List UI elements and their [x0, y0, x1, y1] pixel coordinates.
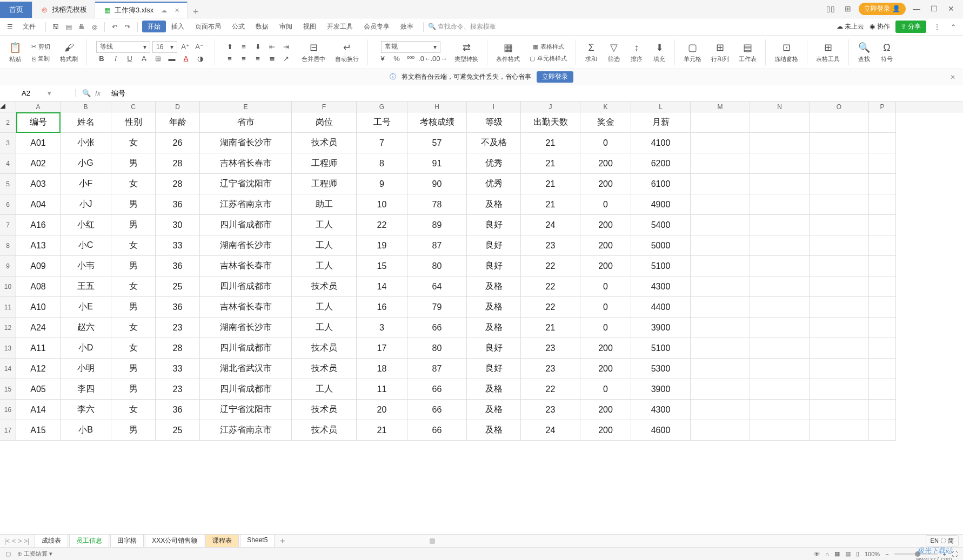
comma-icon[interactable]: ººº	[405, 53, 417, 65]
cell[interactable]: 87	[407, 359, 467, 379]
cell[interactable]: 良好	[467, 215, 521, 235]
cell[interactable]: 小B	[61, 420, 111, 441]
cell[interactable]: 王五	[61, 276, 111, 297]
sheet-tab-1[interactable]: 员工信息	[69, 534, 109, 548]
align-center-icon[interactable]: ≡	[238, 53, 250, 65]
cell[interactable]: 李六	[61, 400, 111, 420]
cell[interactable]: 200	[580, 420, 631, 441]
maximize-button[interactable]: ☐	[927, 2, 940, 15]
cell[interactable]: A01	[16, 133, 61, 153]
cell[interactable]: 工人	[292, 256, 357, 276]
cell[interactable]	[691, 379, 750, 400]
formula-input[interactable]	[107, 89, 963, 97]
cell[interactable]	[869, 400, 896, 420]
menutab-6[interactable]: 视图	[298, 21, 322, 32]
cell[interactable]: 23	[156, 318, 200, 338]
row-header[interactable]: 12	[0, 318, 16, 338]
cell[interactable]: 21	[521, 133, 580, 153]
cell[interactable]: 奖金	[580, 112, 631, 133]
cell[interactable]: 6200	[631, 153, 691, 174]
cell[interactable]: 考核成绩	[407, 112, 467, 133]
cell[interactable]: 22	[357, 215, 407, 235]
cell[interactable]	[810, 194, 869, 215]
cell[interactable]: 4600	[631, 420, 691, 441]
cell[interactable]	[691, 194, 750, 215]
cell[interactable]	[869, 133, 896, 153]
cell[interactable]: 21	[521, 153, 580, 174]
rowcol-button[interactable]: ⊞行和列	[708, 40, 732, 64]
cell[interactable]	[750, 174, 810, 194]
cell[interactable]	[750, 256, 810, 276]
add-sheet-button[interactable]: +	[276, 536, 289, 546]
tab-home[interactable]: 首页	[0, 2, 32, 18]
preview-icon[interactable]: ◎	[89, 22, 100, 32]
status-calc[interactable]: ⊕ 工资结算 ▾	[17, 550, 52, 558]
cell[interactable]: 四川省成都市	[200, 379, 292, 400]
cell[interactable]: 79	[407, 297, 467, 318]
bold-button[interactable]: B	[96, 53, 108, 65]
cell[interactable]: 36	[156, 297, 200, 318]
cell[interactable]: 80	[407, 256, 467, 276]
cell[interactable]: 姓名	[61, 112, 111, 133]
dec-inc-icon[interactable]: .0←	[419, 53, 431, 65]
menu-file[interactable]: 文件	[17, 20, 41, 33]
status-eye-icon[interactable]: 👁	[814, 551, 820, 557]
row-header[interactable]: 14	[0, 359, 16, 379]
cell[interactable]	[810, 400, 869, 420]
cell[interactable]: 助工	[292, 194, 357, 215]
cell[interactable]: 19	[357, 235, 407, 256]
cell[interactable]: 24	[521, 215, 580, 235]
cell[interactable]: 男	[111, 297, 156, 318]
cell[interactable]	[869, 359, 896, 379]
more-icon[interactable]: ⋮	[932, 22, 942, 32]
justify-icon[interactable]: ≣	[266, 53, 278, 65]
cell[interactable]: A15	[16, 420, 61, 441]
underline-button[interactable]: U	[124, 53, 136, 65]
cell[interactable]: 0	[580, 133, 631, 153]
cell[interactable]: A16	[16, 215, 61, 235]
row-header[interactable]: 9	[0, 256, 16, 276]
cell[interactable]	[750, 133, 810, 153]
cell[interactable]: 4900	[631, 194, 691, 215]
sheet-tab-3[interactable]: XXX公司销售额	[145, 534, 204, 548]
cell[interactable]: 5300	[631, 359, 691, 379]
cell[interactable]	[691, 420, 750, 441]
cell[interactable]: 36	[156, 400, 200, 420]
cell[interactable]: 技术员	[292, 359, 357, 379]
row-header[interactable]: 6	[0, 194, 16, 215]
cell[interactable]	[810, 256, 869, 276]
indent-right-icon[interactable]: ⇥	[280, 41, 292, 53]
cell[interactable]	[750, 420, 810, 441]
cell[interactable]: 3	[357, 318, 407, 338]
cell[interactable]: 23	[521, 235, 580, 256]
cell[interactable]	[750, 359, 810, 379]
cell[interactable]: 及格	[467, 297, 521, 318]
find-button[interactable]: 🔍查找	[854, 40, 874, 64]
cell[interactable]	[750, 235, 810, 256]
cell[interactable]: 200	[580, 174, 631, 194]
type-convert-button[interactable]: ⇄类型转换	[451, 40, 482, 64]
font-select[interactable]: 等线▾	[96, 41, 150, 53]
cell[interactable]	[869, 379, 896, 400]
col-header-H[interactable]: H	[407, 102, 467, 112]
cell[interactable]	[810, 318, 869, 338]
cell[interactable]: 4400	[631, 297, 691, 318]
col-header-K[interactable]: K	[580, 102, 631, 112]
align-top-icon[interactable]: ⬆	[224, 41, 236, 53]
cell[interactable]: 江苏省南京市	[200, 420, 292, 441]
cell[interactable]: A14	[16, 400, 61, 420]
minimize-button[interactable]: —	[910, 2, 923, 15]
col-header-O[interactable]: O	[810, 102, 869, 112]
cell[interactable]: 6100	[631, 174, 691, 194]
cell[interactable]: 湖南省长沙市	[200, 318, 292, 338]
cell[interactable]	[691, 133, 750, 153]
italic-button[interactable]: I	[110, 53, 122, 65]
menutab-0[interactable]: 开始	[142, 21, 166, 32]
row-header[interactable]: 2	[0, 112, 16, 133]
cell[interactable]: 四川省成都市	[200, 338, 292, 359]
notif-login-button[interactable]: 立即登录	[537, 71, 573, 83]
cell[interactable]	[750, 400, 810, 420]
cell[interactable]	[750, 276, 810, 297]
cell[interactable]: 23	[521, 359, 580, 379]
cell[interactable]: 200	[580, 235, 631, 256]
